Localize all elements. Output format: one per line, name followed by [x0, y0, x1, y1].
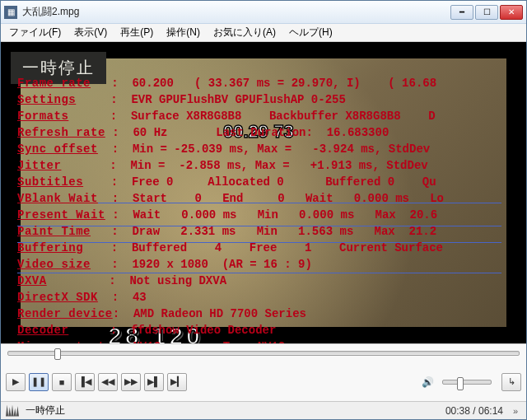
maximize-button[interactable]: ☐: [475, 5, 498, 20]
clapper-icon: [6, 405, 19, 417]
volume-icon[interactable]: 🔊: [422, 376, 434, 388]
status-bar: 一時停止 00:38 / 06:14 »: [1, 401, 526, 419]
menu-operate[interactable]: 操作(N): [161, 24, 205, 41]
stat-mixer-label: Mixer output: [17, 340, 105, 343]
playback-state-overlay: 一時停止: [11, 52, 106, 84]
forward-button[interactable]: ▶▶: [121, 373, 141, 391]
graph-line: [17, 273, 501, 273]
app-icon: ▦: [4, 6, 17, 19]
next-button[interactable]: ▶▌: [144, 373, 164, 391]
status-text: 一時停止: [26, 404, 65, 418]
seek-row: [1, 344, 526, 362]
minimize-button[interactable]: ━: [450, 5, 473, 20]
video-display[interactable]: 一時停止 00.29 73 28 120 Frame rate : 60.200…: [1, 42, 526, 343]
menu-view[interactable]: 表示(V): [69, 24, 112, 41]
menu-bar: ファイル(F) 表示(V) 再生(P) 操作(N) お気に入り(A) ヘルプ(H…: [1, 24, 526, 42]
menu-help[interactable]: ヘルプ(H): [284, 24, 338, 41]
status-time: 00:38 / 06:14: [445, 405, 503, 417]
game-timer-overlay: 00.29 73: [223, 121, 294, 142]
menu-favorites[interactable]: お気に入り(A): [208, 24, 281, 41]
window-title: 大乱闘2.mpg: [22, 5, 450, 19]
volume-slider[interactable]: [442, 380, 492, 385]
pause-button[interactable]: ❚❚: [29, 373, 49, 391]
button-row: ▶ ❚❚ ■ ▐◀ ◀◀ ▶▶ ▶▌ ▶▎ 🔊 ↳: [1, 362, 526, 401]
stop-button[interactable]: ■: [52, 373, 72, 391]
app-window: ▦ 大乱闘2.mpg ━ ☐ ✕ ファイル(F) 表示(V) 再生(P) 操作(…: [0, 0, 527, 420]
seek-bar[interactable]: [7, 351, 520, 356]
menu-file[interactable]: ファイル(F): [4, 24, 66, 41]
prev-button[interactable]: ▐◀: [75, 373, 95, 391]
close-button[interactable]: ✕: [500, 5, 523, 20]
game-damage-overlay: 28 120: [108, 322, 203, 343]
window-buttons: ━ ☐ ✕: [450, 5, 523, 20]
graph-line: [17, 203, 501, 203]
graph-line: [17, 242, 501, 243]
seek-thumb[interactable]: [54, 348, 61, 360]
graph-line: [17, 226, 501, 226]
play-button[interactable]: ▶: [6, 373, 26, 391]
playback-controls: ▶ ❚❚ ■ ▐◀ ◀◀ ▶▶ ▶▌ ▶▎ 🔊 ↳: [1, 343, 526, 401]
menu-play[interactable]: 再生(P): [115, 24, 158, 41]
rewind-button[interactable]: ◀◀: [98, 373, 118, 391]
status-chevron-icon[interactable]: »: [510, 405, 521, 417]
video-frame: [21, 58, 506, 327]
title-bar[interactable]: ▦ 大乱闘2.mpg ━ ☐ ✕: [1, 1, 526, 24]
output-button[interactable]: ↳: [501, 373, 521, 391]
step-button[interactable]: ▶▎: [167, 373, 187, 391]
